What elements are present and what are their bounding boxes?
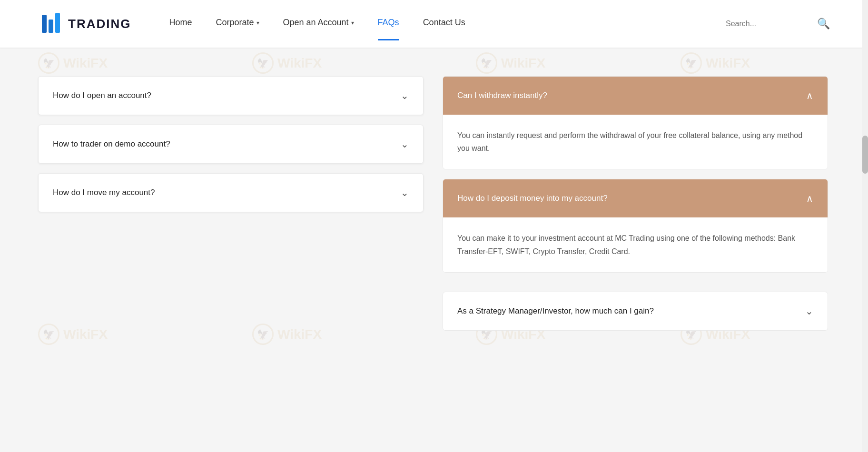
logo[interactable]: TRADING [38, 11, 131, 37]
faq-chevron-demo-account: ⌄ [401, 138, 409, 150]
main-nav: Home Corporate ▾ Open an Account ▾ FAQs … [169, 18, 726, 30]
faq-withdraw-header[interactable]: Can I withdraw instantly? ∧ [443, 77, 828, 115]
faq-withdraw: Can I withdraw instantly? ∧ You can inst… [443, 76, 828, 169]
left-faq-column: How do I open an account? ⌄ How to trade… [38, 76, 424, 331]
faq-deposit: How do I deposit money into my account? … [443, 179, 828, 272]
faq-withdraw-body: You can instantly request and perform th… [443, 115, 828, 169]
faq-question-open-account: How do I open an account? [53, 91, 151, 100]
nav-faqs[interactable]: FAQs [378, 18, 399, 30]
svg-rect-0 [42, 15, 47, 33]
scrollbar[interactable] [862, 0, 868, 452]
faq-withdraw-answer: You can instantly request and perform th… [457, 129, 813, 155]
faq-deposit-answer: You can make it to your investment accou… [457, 232, 813, 257]
right-faq-column: Can I withdraw instantly? ∧ You can inst… [443, 76, 828, 331]
search-input[interactable] [726, 20, 811, 28]
scrollbar-thumb[interactable] [862, 136, 868, 174]
search-area: 🔍 [726, 18, 830, 30]
faq-item-move-account[interactable]: How do I move my account? ⌄ [38, 173, 424, 212]
svg-rect-2 [55, 13, 60, 33]
svg-rect-1 [49, 20, 53, 33]
faq-strategy-question: As a Strategy Manager/Investor, how much… [457, 306, 654, 316]
nav-corporate[interactable]: Corporate ▾ [216, 18, 259, 30]
faq-withdraw-chevron-icon: ∧ [806, 90, 813, 101]
search-button[interactable]: 🔍 [817, 18, 830, 30]
faq-item-open-account[interactable]: How do I open an account? ⌄ [38, 76, 424, 115]
faq-question-move-account: How do I move my account? [53, 188, 155, 197]
faq-chevron-move-account: ⌄ [401, 187, 409, 198]
faq-withdraw-title: Can I withdraw instantly? [457, 91, 547, 100]
header: TRADING Home Corporate ▾ Open an Account… [0, 0, 868, 48]
main-content: How do I open an account? ⌄ How to trade… [0, 48, 868, 359]
faq-strategy-manager[interactable]: As a Strategy Manager/Investor, how much… [443, 292, 828, 331]
nav-open-account[interactable]: Open an Account ▾ [283, 18, 354, 30]
faq-chevron-open-account: ⌄ [401, 90, 409, 101]
nav-home[interactable]: Home [169, 18, 192, 30]
logo-text: TRADING [68, 17, 131, 31]
nav-contact-us[interactable]: Contact Us [423, 18, 465, 30]
faq-deposit-chevron-icon: ∧ [806, 193, 813, 204]
faq-strategy-chevron-icon: ⌄ [805, 305, 813, 317]
faq-deposit-header[interactable]: How do I deposit money into my account? … [443, 179, 828, 217]
faq-layout: How do I open an account? ⌄ How to trade… [38, 76, 828, 331]
faq-deposit-title: How do I deposit money into my account? [457, 194, 608, 203]
faq-question-demo-account: How to trader on demo account? [53, 139, 170, 149]
faq-deposit-body: You can make it to your investment accou… [443, 217, 828, 272]
open-account-chevron-icon: ▾ [351, 20, 354, 26]
faq-item-demo-account[interactable]: How to trader on demo account? ⌄ [38, 125, 424, 164]
corporate-chevron-icon: ▾ [256, 20, 259, 26]
